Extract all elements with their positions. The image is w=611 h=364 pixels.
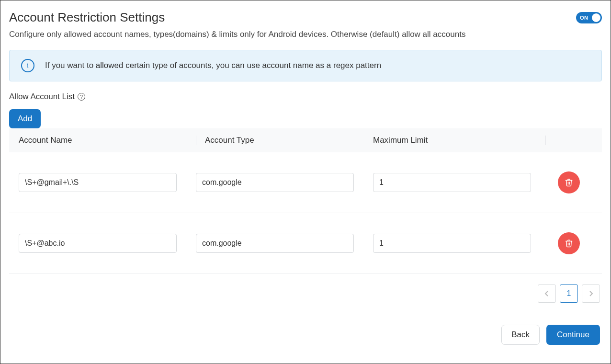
toggle-knob-icon (592, 13, 600, 22)
info-banner: i If you want to allowed certain type of… (9, 50, 602, 81)
table-header: Account Name Account Type Maximum Limit (9, 128, 602, 152)
account-type-input[interactable] (196, 173, 354, 192)
chevron-left-icon (544, 290, 549, 297)
footer-actions: Back Continue (9, 325, 602, 345)
section-label-row: Allow Account List ? (9, 92, 602, 102)
add-button[interactable]: Add (9, 109, 41, 128)
trash-icon (565, 178, 573, 187)
account-name-input[interactable] (19, 234, 177, 253)
settings-toggle[interactable]: ON (576, 12, 602, 23)
toggle-on-label: ON (580, 15, 588, 21)
trash-icon (565, 239, 573, 248)
account-table: Account Name Account Type Maximum Limit (9, 128, 602, 274)
col-header-max-limit: Maximum Limit (373, 136, 545, 145)
allow-account-list-label: Allow Account List (9, 92, 75, 102)
settings-panel: Account Restriction Settings ON Configur… (0, 0, 611, 364)
max-limit-input[interactable] (373, 234, 531, 253)
page-title: Account Restriction Settings (9, 10, 165, 25)
delete-row-button[interactable] (558, 232, 580, 254)
table-row (9, 213, 602, 274)
continue-button[interactable]: Continue (546, 325, 600, 345)
pagination: 1 (9, 284, 602, 303)
max-limit-input[interactable] (373, 173, 531, 192)
back-button[interactable]: Back (501, 325, 540, 345)
page-subtitle: Configure only allowed account names, ty… (9, 30, 602, 39)
col-header-account-name: Account Name (19, 136, 196, 145)
prev-page-button[interactable] (538, 284, 556, 303)
account-name-input[interactable] (19, 173, 177, 192)
next-page-button[interactable] (582, 284, 600, 303)
col-header-action (545, 136, 592, 145)
col-header-account-type: Account Type (196, 136, 373, 145)
info-icon: i (21, 59, 34, 72)
info-banner-text: If you want to allowed certain type of a… (45, 61, 381, 70)
help-icon[interactable]: ? (78, 93, 85, 101)
table-row (9, 152, 602, 213)
account-type-input[interactable] (196, 234, 354, 253)
page-number-button[interactable]: 1 (560, 284, 578, 303)
delete-row-button[interactable] (558, 171, 580, 193)
chevron-right-icon (588, 290, 593, 297)
header-row: Account Restriction Settings ON (9, 10, 602, 25)
